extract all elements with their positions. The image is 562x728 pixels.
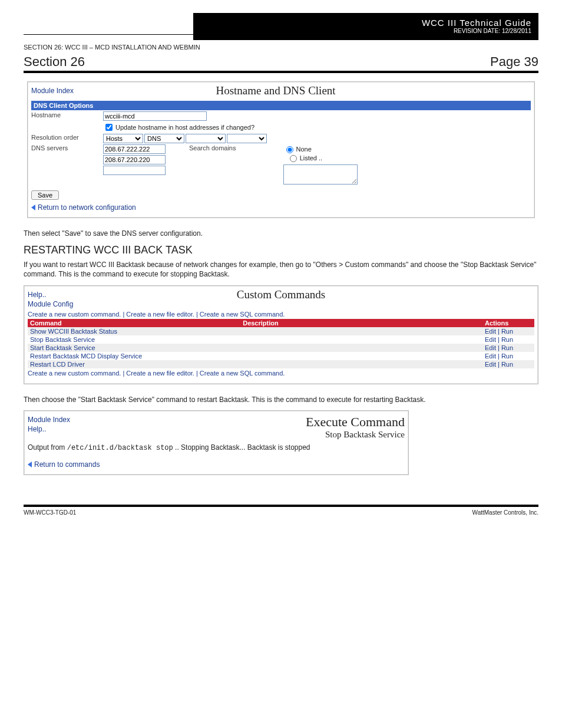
- table-row: Start Backtask ServiceEdit | Run: [28, 344, 534, 352]
- dns-server-3-input[interactable]: [103, 166, 166, 175]
- hostname-label: Hostname: [31, 111, 103, 118]
- header-title: WCC III Technical Guide: [200, 18, 531, 28]
- cc-module-config-link[interactable]: Module Config: [28, 300, 110, 308]
- resolution-select-2[interactable]: DNS: [144, 134, 184, 143]
- exec-module-index-link[interactable]: Module Index: [28, 416, 110, 424]
- page-number: Page 39: [490, 54, 538, 70]
- cc-cmd-link[interactable]: Stop Backtask Service: [30, 336, 95, 343]
- resolution-select-4[interactable]: [227, 134, 267, 143]
- cc-actions[interactable]: Edit | Run: [482, 335, 534, 344]
- cc-actions[interactable]: Edit | Run: [482, 352, 534, 360]
- page-header: WCC III Technical Guide REVISION DATE: 1…: [24, 13, 538, 40]
- custom-commands-table: Command Description Actions Show WCCIII …: [28, 319, 534, 368]
- dns-client-panel: Module Index Hostname and DNS Client DNS…: [27, 81, 535, 218]
- cc-actions[interactable]: Edit | Run: [482, 360, 534, 368]
- return-network-config-link[interactable]: Return to network configuration: [31, 203, 531, 212]
- dns-options-bar: DNS Client Options: [31, 101, 531, 110]
- table-row: Show WCCIII Backtask StatusEdit | Run: [28, 327, 534, 335]
- search-domains-listed[interactable]: Listed ..: [287, 153, 323, 162]
- custom-commands-panel: Help.. Module Config Custom Commands Cre…: [24, 285, 538, 384]
- resolution-select-3[interactable]: [186, 134, 226, 143]
- header-revision: REVISION DATE: 12/28/2011: [200, 28, 531, 34]
- paragraph-start-backtask: Then choose the "Start Backtask Service"…: [24, 395, 538, 404]
- cc-cmd-link[interactable]: Start Backtask Service: [30, 344, 95, 351]
- resolution-order-label: Resolution order: [31, 134, 103, 141]
- update-hostname-label: Update hostname in host addresses if cha…: [115, 124, 254, 131]
- dns-panel-title: Hostname and DNS Client: [74, 84, 478, 97]
- search-domains-textarea[interactable]: [283, 164, 358, 185]
- module-index-link[interactable]: Module Index: [31, 87, 74, 100]
- resolution-select-1[interactable]: Hosts: [103, 134, 143, 143]
- save-button[interactable]: Save: [31, 190, 59, 200]
- cc-cmd-link[interactable]: Restart LCD Driver: [30, 361, 85, 368]
- breadcrumb: SECTION 26: WCC III – MCD INSTALLATION A…: [24, 44, 538, 51]
- update-hostname-checkbox[interactable]: [105, 124, 113, 131]
- page-footer: WM-WCC3-TGD-01 WattMaster Controls, Inc.: [24, 505, 538, 516]
- execute-command-subtitle: Stop Backtask Service: [110, 430, 405, 440]
- dns-server-2-input[interactable]: [103, 155, 166, 164]
- execute-command-panel: Module Index Help.. Execute Command Stop…: [24, 410, 409, 475]
- return-commands-link[interactable]: Return to commands: [28, 460, 405, 469]
- footer-company: WattMaster Controls, Inc.: [472, 509, 538, 516]
- paragraph-stop-backtask: If you want to restart WCC III Backtask …: [24, 260, 538, 279]
- exec-help-link[interactable]: Help..: [28, 425, 110, 433]
- execute-command-title: Execute Command: [110, 414, 405, 430]
- search-domains-label: Search domains: [189, 144, 236, 151]
- footer-doc-id: WM-WCC3-TGD-01: [24, 509, 76, 516]
- paragraph-save-note: Then select "Save" to save the DNS serve…: [24, 229, 538, 238]
- search-domains-none[interactable]: None: [283, 144, 358, 153]
- section-title: Section 26: [24, 54, 490, 70]
- execute-command-output: Output from /etc/init.d/backtask stop ..…: [28, 443, 405, 452]
- table-row: Restart Backtask MCD Display ServiceEdit…: [28, 352, 534, 360]
- dns-server-1-input[interactable]: [103, 144, 166, 154]
- cc-cmd-link[interactable]: Show WCCIII Backtask Status: [30, 328, 117, 335]
- cc-cmd-link[interactable]: Restart Backtask MCD Display Service: [30, 353, 142, 360]
- dns-servers-label: DNS servers: [31, 144, 103, 151]
- arrow-left-icon: [31, 205, 35, 210]
- cc-create-links-bottom[interactable]: Create a new custom command. | Create a …: [28, 370, 534, 377]
- custom-commands-title: Custom Commands: [110, 288, 452, 306]
- table-row: Stop Backtask ServiceEdit | Run: [28, 335, 534, 344]
- arrow-left-icon: [28, 462, 32, 467]
- cc-actions[interactable]: Edit | Run: [482, 327, 534, 335]
- cc-create-links-top[interactable]: Create a new custom command. | Create a …: [28, 311, 534, 318]
- table-row: Restart LCD DriverEdit | Run: [28, 360, 534, 368]
- cc-help-link[interactable]: Help..: [28, 291, 110, 299]
- cc-table-header: Command Description Actions: [28, 319, 534, 327]
- hostname-input[interactable]: [103, 111, 207, 121]
- cc-actions[interactable]: Edit | Run: [482, 344, 534, 352]
- heading-restart-backtask: RESTARTING WCC III BACK TASK: [24, 244, 538, 256]
